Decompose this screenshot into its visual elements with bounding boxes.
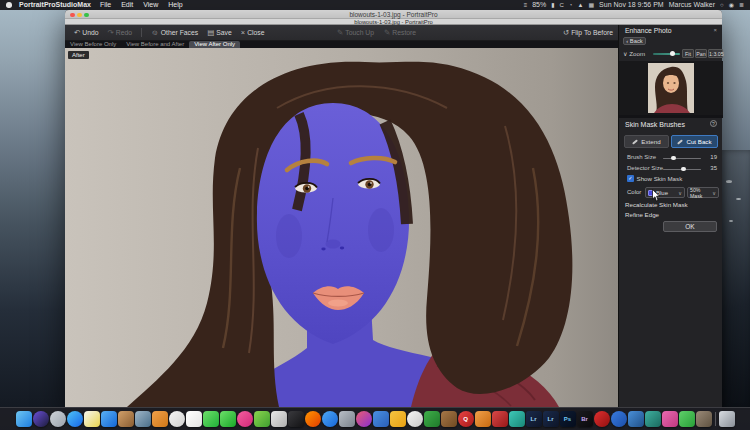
apple-menu-icon[interactable] xyxy=(6,2,12,8)
dock-icon-utility[interactable] xyxy=(492,411,508,427)
brush-size-slider[interactable] xyxy=(663,158,701,160)
dock-icon-safari[interactable] xyxy=(67,411,83,427)
clock-icon[interactable]: ◔ xyxy=(569,0,573,10)
zoom-slider-thumb[interactable] xyxy=(670,51,675,56)
dock-icon-siri[interactable] xyxy=(33,411,49,427)
restore-button[interactable]: ✎Restore xyxy=(384,28,416,37)
dock-icon-lightroom-2[interactable]: Lr xyxy=(543,411,559,427)
dock-icon-teal-app[interactable] xyxy=(509,411,525,427)
panel-close-icon[interactable]: × xyxy=(713,27,717,33)
redo-icon: ↷ xyxy=(108,28,114,37)
dock-icon-green-app[interactable] xyxy=(679,411,695,427)
dock-icon-notes[interactable] xyxy=(84,411,100,427)
fit-button[interactable]: Fit xyxy=(682,49,694,58)
dock-icon-app-store[interactable] xyxy=(322,411,338,427)
dock-icon-mail[interactable] xyxy=(101,411,117,427)
dock-icon-xcode[interactable] xyxy=(424,411,440,427)
touch-up-button[interactable]: ✎Touch Up xyxy=(337,28,374,37)
dock-icon-maps[interactable] xyxy=(254,411,270,427)
recalculate-skin-mask-button[interactable]: Recalculate Skin Mask xyxy=(625,201,688,208)
right-eye xyxy=(358,179,380,189)
photo-canvas[interactable]: After xyxy=(65,48,618,407)
dock-icon-finder[interactable] xyxy=(16,411,32,427)
battery-icon[interactable]: ▮ xyxy=(551,0,554,10)
zoom-slider[interactable] xyxy=(653,53,680,55)
face-icon: ☺ xyxy=(151,28,159,37)
help-icon[interactable]: ? xyxy=(710,120,717,127)
zoom-label[interactable]: ∨ Zoom xyxy=(623,50,645,57)
other-faces-button[interactable]: ☺Other Faces xyxy=(151,28,198,37)
dock-icon-sketch[interactable] xyxy=(390,411,406,427)
dock-icon-box[interactable] xyxy=(441,411,457,427)
tab-view-before-and-after[interactable]: View Before and After xyxy=(121,41,189,48)
dock-icon-photoshop[interactable]: Ps xyxy=(560,411,576,427)
dock-icon-quicktime[interactable]: Q xyxy=(458,411,474,427)
dock-icon-preview[interactable] xyxy=(135,411,151,427)
dock-icon-keynote[interactable] xyxy=(373,411,389,427)
menu-user[interactable]: Marcus Walker xyxy=(669,0,715,10)
dock-icon-folder[interactable] xyxy=(152,411,168,427)
tab-view-after-only[interactable]: View After Only xyxy=(189,41,240,48)
dock-icon-chrome[interactable] xyxy=(407,411,423,427)
dock-icon-messages[interactable] xyxy=(203,411,219,427)
menu-file[interactable]: File xyxy=(100,1,111,8)
detector-size-slider[interactable] xyxy=(663,169,701,171)
right-panel: Enhance Photo × ‹ Back ∨ Zoom Fit Pan 1:… xyxy=(618,25,722,407)
ok-button[interactable]: OK xyxy=(663,221,717,232)
dock-icon-contacts[interactable] xyxy=(118,411,134,427)
brush-size-label: Brush Size xyxy=(627,154,656,160)
pan-button[interactable]: Pan xyxy=(695,49,707,58)
menu-view[interactable]: View xyxy=(143,1,158,8)
siri-icon[interactable]: ◉ xyxy=(729,0,734,10)
menu-edit[interactable]: Edit xyxy=(121,1,133,8)
tab-view-before-only[interactable]: View Before Only xyxy=(65,41,121,48)
dock-icon-folder-2[interactable] xyxy=(475,411,491,427)
flip-to-before-button[interactable]: ↺Flip To Before xyxy=(563,28,613,37)
menu-clock[interactable]: Sun Nov 18 9:56 PM xyxy=(599,0,664,10)
photo-thumbnail[interactable] xyxy=(648,63,694,113)
bluetooth-icon[interactable]: ≡ xyxy=(524,0,528,10)
dock-icon-photo-booth[interactable] xyxy=(339,411,355,427)
save-button[interactable]: ▤Save xyxy=(207,28,232,37)
wifi-icon[interactable]: ▲ xyxy=(577,0,583,10)
dock-icon-launchpad[interactable] xyxy=(50,411,66,427)
dock-icon-photos[interactable] xyxy=(169,411,185,427)
dock-icon-tv[interactable] xyxy=(288,411,304,427)
dock-icon-red-app[interactable] xyxy=(594,411,610,427)
menu-app-name[interactable]: PortraitProStudioMax xyxy=(19,0,91,10)
show-skin-mask-checkbox[interactable]: ✓ xyxy=(627,175,634,182)
dock-icon-bridge[interactable]: Br xyxy=(577,411,593,427)
dock-icon-teal-monitor[interactable] xyxy=(645,411,661,427)
notification-center-icon[interactable]: ≣ xyxy=(739,0,744,10)
menu-help[interactable]: Help xyxy=(168,1,182,8)
dock-icon-blue-app[interactable] xyxy=(611,411,627,427)
dock-icon-calendar[interactable] xyxy=(186,411,202,427)
dock-icon-pink-app[interactable] xyxy=(662,411,678,427)
dock-icon-numbers[interactable] xyxy=(271,411,287,427)
extend-brush-button[interactable]: Extend xyxy=(624,135,669,148)
dock-icon-camera[interactable] xyxy=(696,411,712,427)
sync-icon[interactable]: C xyxy=(559,0,563,10)
refine-edge-button[interactable]: Refine Edge xyxy=(625,211,659,218)
dock-icon-trash[interactable] xyxy=(719,411,735,427)
dock-icon-firefox[interactable] xyxy=(305,411,321,427)
spotlight-icon[interactable]: ○ xyxy=(720,0,724,10)
redo-button[interactable]: ↷Redo xyxy=(108,28,133,37)
detector-size-thumb[interactable] xyxy=(681,167,686,172)
keyboard-icon[interactable]: ▦ xyxy=(588,0,594,10)
dock-icon-pinwheel[interactable] xyxy=(356,411,372,427)
cut-back-brush-button[interactable]: Cut Back xyxy=(671,135,718,148)
back-button[interactable]: ‹ Back xyxy=(623,37,646,45)
window-title-bar[interactable]: blowouts-1-03.jpg - PortraitPro xyxy=(65,10,722,19)
dock-icon-itunes[interactable] xyxy=(237,411,253,427)
dock-icon-display-prefs[interactable] xyxy=(628,411,644,427)
dock-icon-facetime[interactable] xyxy=(220,411,236,427)
flip-icon: ↺ xyxy=(563,28,569,37)
mask-color-dropdown[interactable]: Blue ∨ xyxy=(645,187,685,198)
dock-icon-lightroom[interactable]: Lr xyxy=(526,411,542,427)
brush-size-thumb[interactable] xyxy=(671,156,676,161)
undo-button[interactable]: ↶Undo xyxy=(74,28,99,37)
mask-opacity-dropdown[interactable]: 50% Mask ∨ xyxy=(687,187,719,198)
close-button[interactable]: ×Close xyxy=(241,28,265,37)
panel-title: Enhance Photo xyxy=(625,27,671,34)
